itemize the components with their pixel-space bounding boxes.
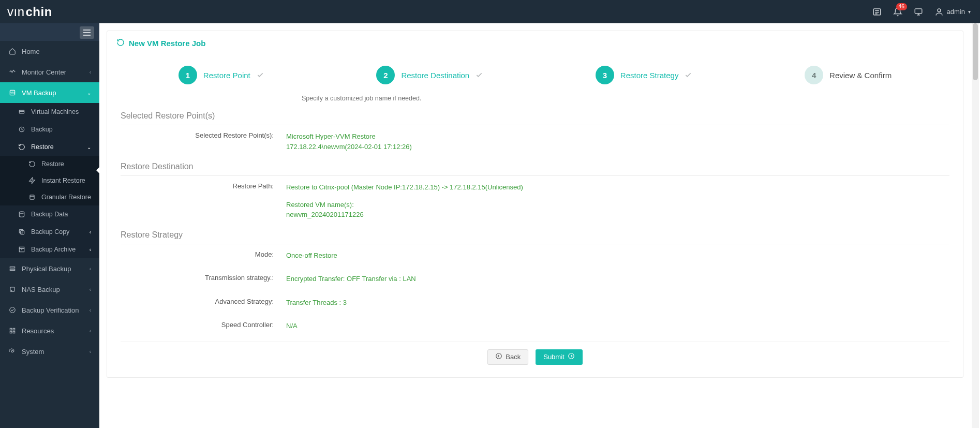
- sidebar-item-nas-backup[interactable]: NAS Backup ‹: [0, 279, 99, 300]
- main-content: New VM Restore Job 1 Restore Point 2 Res…: [99, 23, 980, 428]
- step-label: Restore Strategy: [620, 71, 679, 80]
- sidebar-item-home[interactable]: Home: [0, 41, 99, 62]
- step-restore-point[interactable]: 1 Restore Point: [179, 66, 264, 84]
- monitor-center-icon: [8, 68, 17, 76]
- value-line: Restore to Citrix-pool (Master Node IP:1…: [286, 182, 949, 193]
- brand-logo: vınchin: [7, 5, 52, 19]
- sidebar-item-backup-copy[interactable]: Backup Copy ‹: [0, 223, 99, 241]
- user-label: admin: [947, 8, 965, 16]
- step-number: 2: [376, 66, 395, 84]
- field-value: Transfer Threads : 3: [286, 298, 949, 308]
- sidebar-item-backup-archive[interactable]: Backup Archive ‹: [0, 241, 99, 258]
- sidebar-item-virtual-machines[interactable]: Virtual Machines: [0, 103, 99, 121]
- sidebar-item-label: Backup Archive: [31, 246, 76, 253]
- sidebar-item-backup[interactable]: Backup: [0, 121, 99, 138]
- chevron-left-icon: ‹: [90, 229, 91, 235]
- scrollbar-track[interactable]: [972, 23, 979, 428]
- svg-text:VM: VM: [10, 91, 14, 94]
- gear-icon: [8, 348, 17, 355]
- sidebar-item-label: Restore: [31, 143, 54, 151]
- section-restore-destination: Restore Destination: [121, 162, 949, 176]
- user-menu[interactable]: admin ▾: [934, 7, 971, 17]
- svg-rect-23: [10, 269, 14, 270]
- backup-data-icon: [18, 211, 26, 218]
- value-line: Microsoft Hyper-VVM Restore: [286, 131, 949, 142]
- chevron-down-icon: ⌄: [87, 90, 91, 96]
- svg-point-33: [568, 353, 574, 359]
- sidebar-item-label: Restore: [41, 160, 64, 168]
- sidebar-item-label: Instant Restore: [41, 177, 85, 184]
- field-value: N/A: [286, 321, 949, 331]
- monitor-icon[interactable]: [914, 7, 923, 17]
- step-label: Restore Point: [203, 71, 250, 80]
- step-number: 3: [596, 66, 614, 84]
- sidebar-item-restore[interactable]: Restore ⌄ Restore Instant Restore: [0, 138, 99, 205]
- step-restore-strategy[interactable]: 3 Restore Strategy: [596, 66, 692, 84]
- sidebar-item-backup-data[interactable]: Backup Data: [0, 205, 99, 223]
- submit-button[interactable]: Submit: [536, 349, 582, 365]
- hamburger-icon[interactable]: [80, 26, 94, 39]
- topbar-right: 46 admin ▾: [872, 7, 971, 17]
- physical-backup-icon: [8, 265, 17, 272]
- list-icon[interactable]: [872, 7, 882, 17]
- step-restore-destination[interactable]: 2 Restore Destination: [376, 66, 483, 84]
- chevron-left-icon: ‹: [90, 328, 91, 334]
- step-number: 1: [179, 66, 197, 84]
- sidebar-item-label: VM Backup: [22, 89, 56, 97]
- sidebar-toggle-row: [0, 23, 99, 41]
- step-review-confirm[interactable]: 4 Review & Confirm: [805, 66, 892, 84]
- sidebar-item-label: Home: [22, 48, 40, 55]
- field-label: Selected Restore Point(s):: [121, 131, 286, 139]
- field-label: Mode:: [121, 250, 286, 258]
- row-advanced: Advanced Strategy: Transfer Threads : 3: [121, 294, 949, 311]
- wizard-steps: 1 Restore Point 2 Restore Destination 3 …: [121, 60, 949, 87]
- sidebar-item-physical-backup[interactable]: Physical Backup ‹: [0, 258, 99, 279]
- vms-icon: [18, 108, 26, 115]
- back-button[interactable]: Back: [487, 349, 528, 365]
- vm-icon: VM: [8, 89, 17, 96]
- sidebar-item-vm-backup[interactable]: VM VM Backup ⌄ Virtual Machines Backup: [0, 82, 99, 258]
- sidebar-item-label: Virtual Machines: [31, 108, 79, 115]
- sidebar: Home Monitor Center ‹ VM VM Backup ⌄: [0, 23, 99, 428]
- sidebar-item-label: Backup Copy: [31, 228, 69, 235]
- sidebar-item-monitor[interactable]: Monitor Center ‹: [0, 62, 99, 82]
- sidebar-item-resources[interactable]: Resources ‹: [0, 320, 99, 341]
- check-icon: [257, 71, 264, 79]
- chevron-down-icon: ▾: [968, 9, 971, 14]
- svg-point-25: [11, 290, 12, 291]
- backup-icon: [18, 126, 26, 133]
- row-transmission: Transmission strategy.: Encrypted Transf…: [121, 271, 949, 287]
- granular-restore-icon: [28, 194, 36, 201]
- sidebar-item-restore-sub[interactable]: Restore: [0, 156, 99, 172]
- chevron-left-icon: ‹: [90, 349, 91, 355]
- svg-rect-18: [19, 229, 23, 233]
- sidebar-item-system[interactable]: System ‹: [0, 341, 99, 362]
- check-icon: [476, 71, 483, 79]
- row-speed: Speed Controller: N/A: [121, 318, 949, 334]
- sidebar-item-label: Resources: [22, 327, 54, 335]
- chevron-left-icon: ‹: [90, 287, 91, 292]
- field-value: Restore to Citrix-pool (Master Node IP:1…: [286, 182, 949, 220]
- notification-badge: 46: [896, 3, 907, 10]
- button-label: Back: [506, 353, 521, 361]
- sidebar-item-backup-verification[interactable]: Backup Verification ‹: [0, 300, 99, 320]
- sidebar-item-label: NAS Backup: [22, 286, 60, 293]
- restore-title-icon: [116, 38, 125, 48]
- arrow-right-icon: [568, 352, 575, 361]
- panel-title: New VM Restore Job: [107, 31, 963, 54]
- step-label: Review & Confirm: [829, 71, 892, 80]
- bell-icon[interactable]: 46: [893, 7, 902, 17]
- step-number: 4: [805, 66, 823, 84]
- job-name-hint: Specify a customized job name if needed.: [121, 87, 949, 104]
- svg-rect-22: [10, 267, 14, 268]
- field-label: Transmission strategy.:: [121, 274, 286, 282]
- section-selected-restore-points: Selected Restore Point(s): [121, 111, 949, 125]
- svg-marker-13: [29, 178, 35, 184]
- sidebar-item-granular-restore[interactable]: Granular Restore: [0, 189, 99, 205]
- svg-rect-28: [13, 328, 15, 330]
- sidebar-item-label: Monitor Center: [22, 68, 66, 76]
- field-label: Speed Controller:: [121, 321, 286, 329]
- restore-sub-icon: [28, 160, 36, 168]
- sidebar-item-instant-restore[interactable]: Instant Restore: [0, 172, 99, 189]
- scrollbar-thumb[interactable]: [973, 23, 978, 80]
